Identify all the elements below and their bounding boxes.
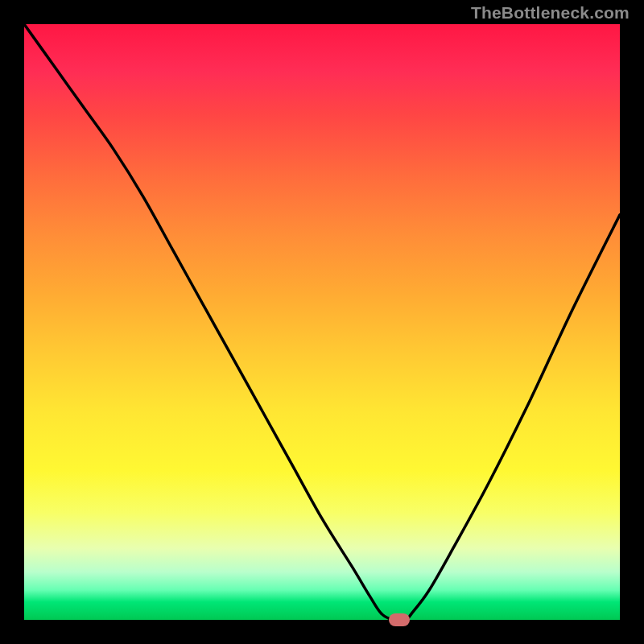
bottleneck-chart: TheBottleneck.com: [0, 0, 644, 644]
optimal-point-marker: [389, 613, 410, 626]
curve-layer: [24, 24, 620, 620]
watermark-text: TheBottleneck.com: [471, 3, 630, 23]
bottleneck-curve-path: [24, 24, 620, 620]
plot-area: [24, 24, 620, 620]
